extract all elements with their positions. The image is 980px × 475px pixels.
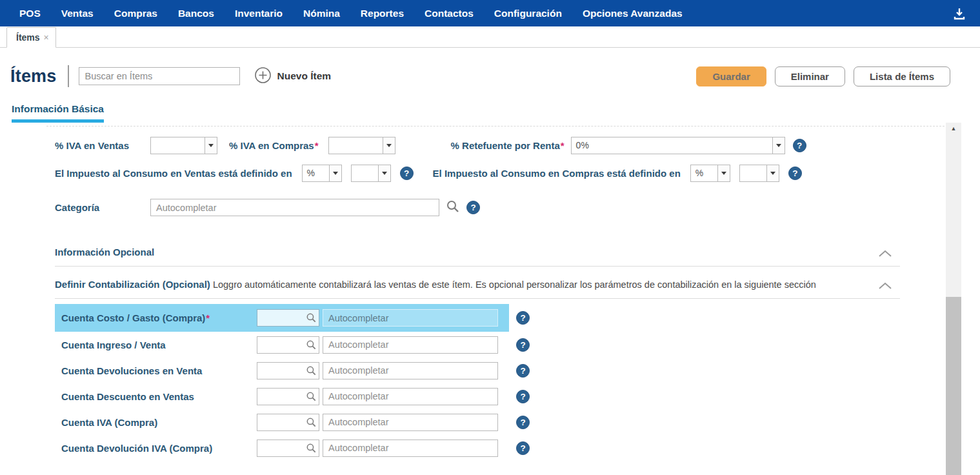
section-divider	[46, 126, 961, 126]
account-row-iva-compra: Cuenta IVA (Compra) ?	[55, 409, 980, 435]
consumo-ventas-value	[352, 165, 378, 181]
categoria-row: Categoría ?	[55, 199, 980, 216]
header-actions: Guardar Eliminar Lista de Ítems	[696, 66, 950, 86]
new-item-label: Nuevo Ítem	[277, 70, 332, 82]
help-icon[interactable]: ?	[466, 201, 480, 214]
account-autocomplete-input[interactable]	[323, 440, 498, 457]
retefuente-value: 0%	[572, 137, 772, 154]
consumo-compras-label: El Impuesto al Consumo en Compras está d…	[433, 168, 681, 179]
account-autocomplete-input[interactable]	[323, 336, 498, 354]
save-button[interactable]: Guardar	[696, 66, 766, 86]
nav-item-inventario[interactable]: Inventario	[225, 8, 293, 19]
nav-item-nomina[interactable]: Nómina	[293, 8, 350, 19]
chevron-down-icon[interactable]	[717, 165, 730, 181]
retefuente-label: % Retefuente por Renta*	[451, 140, 565, 151]
delete-button[interactable]: Eliminar	[775, 66, 845, 86]
consumo-ventas-unit: %	[303, 165, 329, 181]
chevron-down-icon[interactable]	[205, 137, 217, 154]
chevron-down-icon[interactable]	[329, 165, 341, 181]
accounting-section-text: Definir Contabilización (Opcional) Loggr…	[55, 279, 816, 290]
account-autocomplete-input[interactable]	[323, 362, 498, 379]
search-icon	[306, 365, 317, 376]
vertical-scrollbar[interactable]: ▲	[946, 123, 961, 475]
iva-compras-label: % IVA en Compras*	[229, 140, 319, 151]
optional-info-section-header: Información Opcional	[55, 247, 900, 267]
account-row-costo-gasto: Cuenta Costo / Gasto (Compra)* ?	[55, 304, 980, 332]
account-code-search	[257, 440, 319, 457]
title-divider	[68, 65, 69, 87]
tab-informacion-basica[interactable]: Información Básica	[12, 103, 104, 123]
form-content: % IVA en Ventas % IVA en Compras* % Rete…	[0, 137, 980, 461]
account-code-search	[257, 362, 319, 379]
chevron-down-icon[interactable]	[383, 137, 395, 154]
help-icon[interactable]: ?	[516, 338, 530, 352]
search-icon[interactable]	[446, 199, 460, 216]
download-icon[interactable]	[953, 7, 971, 20]
iva-ventas-value	[151, 137, 205, 154]
consumo-ventas-value-select[interactable]	[351, 165, 391, 182]
account-row-ingreso-venta: Cuenta Ingreso / Venta ?	[55, 332, 980, 358]
chevron-down-icon[interactable]	[772, 137, 785, 154]
plus-circle-icon	[254, 66, 272, 86]
help-icon[interactable]: ?	[516, 390, 530, 403]
search-icon	[306, 391, 317, 402]
nav-item-contactos[interactable]: Contactos	[414, 8, 484, 19]
help-icon[interactable]: ?	[516, 416, 530, 429]
help-icon[interactable]: ?	[516, 311, 530, 325]
help-icon[interactable]: ?	[400, 167, 414, 180]
account-row-devoluciones-venta: Cuenta Devoluciones en Venta ?	[55, 358, 980, 383]
help-icon[interactable]: ?	[793, 139, 806, 152]
categoria-input[interactable]	[150, 199, 439, 216]
consumo-compras-unit-select[interactable]: %	[690, 165, 730, 182]
nav-item-bancos[interactable]: Bancos	[168, 8, 225, 19]
item-list-button[interactable]: Lista de Ítems	[854, 66, 950, 86]
account-code-search	[257, 414, 319, 431]
chevron-down-icon[interactable]	[378, 165, 390, 181]
consumo-ventas-unit-select[interactable]: %	[302, 165, 342, 182]
chevron-up-icon[interactable]	[878, 280, 892, 292]
account-rows: Cuenta Costo / Gasto (Compra)* ? Cuenta …	[55, 304, 980, 461]
account-autocomplete-input[interactable]	[323, 414, 498, 431]
section-tab-bar: Información Básica	[12, 103, 980, 123]
search-icon	[306, 339, 317, 350]
nav-item-pos[interactable]: POS	[9, 8, 51, 19]
scrollbar-thumb[interactable]	[946, 297, 961, 475]
consumo-row: El Impuesto al Consumo en Ventas está de…	[55, 165, 980, 182]
consumo-ventas-label: El Impuesto al Consumo en Ventas está de…	[55, 168, 292, 179]
tab-items[interactable]: Ítems ×	[6, 27, 56, 48]
close-icon[interactable]: ×	[44, 32, 49, 43]
retefuente-select[interactable]: 0%	[571, 137, 785, 154]
account-code-search	[257, 336, 319, 354]
nav-item-reportes[interactable]: Reportes	[350, 8, 414, 19]
search-icon	[306, 417, 317, 428]
help-icon[interactable]: ?	[788, 167, 802, 180]
iva-ventas-select[interactable]	[150, 137, 217, 154]
nav-item-compras[interactable]: Compras	[104, 8, 168, 19]
account-autocomplete-input[interactable]	[323, 388, 498, 405]
tab-strip: Ítems ×	[0, 26, 980, 48]
scroll-up-icon[interactable]: ▲	[946, 123, 961, 134]
consumo-compras-value-select[interactable]	[739, 165, 779, 182]
top-navigation: POS Ventas Compras Bancos Inventario Nóm…	[0, 0, 980, 26]
nav-item-opciones-avanzadas[interactable]: Opciones Avanzadas	[572, 8, 693, 19]
account-label: Cuenta Costo / Gasto (Compra)*	[61, 312, 257, 323]
account-autocomplete-input[interactable]	[323, 309, 498, 327]
chevron-down-icon[interactable]	[766, 165, 779, 181]
nav-item-ventas[interactable]: Ventas	[51, 8, 104, 19]
account-label: Cuenta IVA (Compra)	[61, 417, 257, 428]
iva-compras-select[interactable]	[328, 137, 395, 154]
page-title: Ítems	[10, 66, 57, 86]
help-icon[interactable]: ?	[516, 441, 530, 455]
account-label: Cuenta Ingreso / Venta	[61, 339, 257, 350]
accounting-section-header: Definir Contabilización (Opcional) Loggr…	[55, 279, 900, 299]
nav-item-configuracion[interactable]: Configuración	[484, 8, 572, 19]
accounting-section-description: Loggro automáticamente contabilizará las…	[213, 279, 816, 290]
consumo-compras-value	[740, 165, 766, 181]
chevron-up-icon[interactable]	[878, 248, 892, 259]
search-icon	[306, 443, 317, 454]
consumo-compras-unit: %	[691, 165, 717, 181]
accounting-section-title: Definir Contabilización (Opcional)	[55, 279, 210, 290]
help-icon[interactable]: ?	[516, 364, 530, 378]
search-input[interactable]	[79, 67, 240, 85]
new-item-button[interactable]: Nuevo Ítem	[254, 66, 332, 86]
